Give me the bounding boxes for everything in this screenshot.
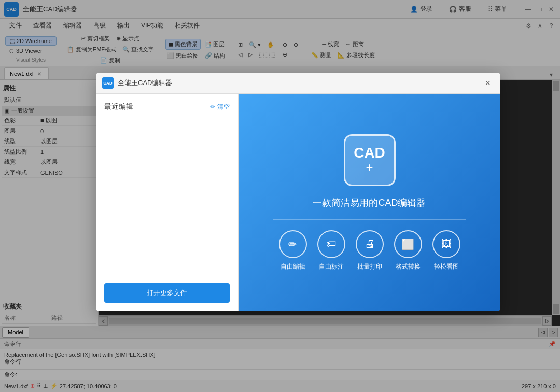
feature-convert-label: 格式转换 (396, 262, 421, 271)
feature-view-icon: 🖼 (432, 230, 460, 258)
modal-tagline: 一款简洁易用的CAD编辑器 (313, 197, 426, 209)
feature-edit-icon: ✏ (279, 230, 307, 258)
recent-label: 最近编辑 (104, 102, 133, 111)
modal-body: 最近编辑 ✏ 清空 打开更多文件 CAD + 一款简洁易用的CAD编辑器 (96, 94, 500, 311)
modal-title: 全能王CAD编辑器 (118, 78, 478, 88)
modal-dialog: CAD 全能王CAD编辑器 ✕ 最近编辑 ✏ 清空 打开更多文件 CAD (96, 73, 500, 311)
feature-edit: ✏ 自由编辑 (279, 230, 307, 271)
modal-cad-cross: + (366, 160, 373, 175)
feature-print: 🖨 批量打印 (356, 230, 384, 271)
feature-convert: ⬜ 格式转换 (394, 230, 422, 271)
recent-files-list (104, 120, 230, 283)
modal-cad-logo: CAD + (344, 134, 396, 186)
modal-logo: CAD (102, 77, 114, 89)
feature-print-label: 批量打印 (357, 262, 382, 271)
feature-view-label: 轻松看图 (434, 262, 459, 271)
modal-cad-text: CAD (354, 146, 385, 160)
feature-annotate-icon: 🏷 (317, 230, 345, 258)
clear-button[interactable]: ✏ 清空 (210, 103, 230, 111)
eraser-icon: ✏ (210, 103, 215, 110)
modal-overlay[interactable]: CAD 全能王CAD编辑器 ✕ 最近编辑 ✏ 清空 打开更多文件 CAD (0, 0, 560, 392)
modal-close-button[interactable]: ✕ (482, 77, 494, 89)
feature-annotate-label: 自由标注 (319, 262, 344, 271)
feature-convert-icon: ⬜ (394, 230, 422, 258)
modal-header: CAD 全能王CAD编辑器 ✕ (96, 73, 500, 94)
feature-annotate: 🏷 自由标注 (317, 230, 345, 271)
modal-left-panel: 最近编辑 ✏ 清空 打开更多文件 (96, 94, 239, 311)
modal-features: ✏ 自由编辑 🏷 自由标注 🖨 批量打印 ⬜ 格式转换 (279, 230, 460, 271)
feature-print-icon: 🖨 (356, 230, 384, 258)
modal-left-header: 最近编辑 ✏ 清空 (104, 102, 230, 111)
modal-divider (273, 219, 466, 220)
feature-edit-label: 自由编辑 (281, 262, 305, 271)
open-more-button[interactable]: 打开更多文件 (104, 283, 230, 303)
modal-right-panel: CAD + 一款简洁易用的CAD编辑器 ✏ 自由编辑 🏷 自由标注 🖨 (239, 94, 500, 311)
feature-view: 🖼 轻松看图 (432, 230, 460, 271)
